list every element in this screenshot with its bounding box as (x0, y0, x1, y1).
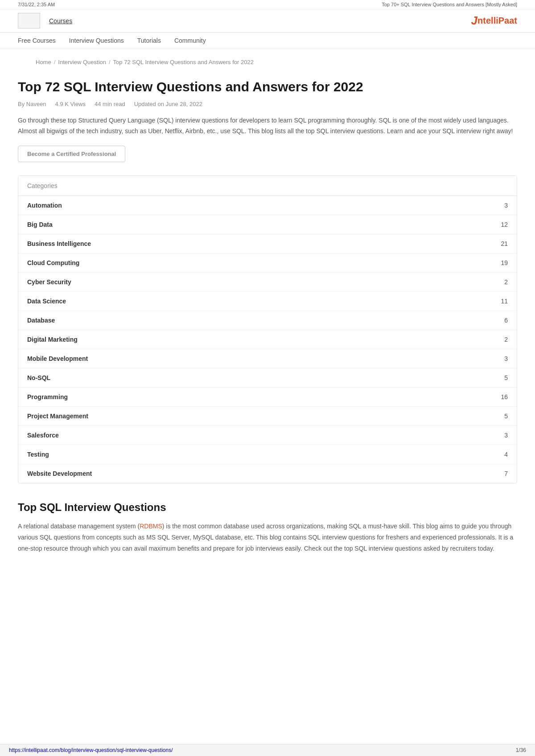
category-row: No-SQL5 (18, 368, 517, 388)
logo-symbol: J (471, 14, 477, 28)
category-row: Testing4 (18, 445, 517, 464)
category-count: 2 (504, 336, 508, 343)
category-row: Mobile Development3 (18, 349, 517, 368)
article-intro: Go through these top Structured Query La… (18, 115, 517, 137)
nav-tutorials[interactable]: Tutorials (137, 37, 161, 44)
category-row: Project Management5 (18, 407, 517, 426)
category-count: 3 (504, 202, 508, 209)
breadcrumb-sep1: / (54, 59, 56, 65)
category-name[interactable]: Programming (27, 393, 68, 400)
category-name[interactable]: Database (27, 317, 55, 324)
category-name[interactable]: Cloud Computing (27, 259, 79, 266)
section-title: Top SQL Interview Questions (18, 501, 517, 514)
category-count: 3 (504, 432, 508, 439)
category-name[interactable]: Mobile Development (27, 355, 88, 362)
category-name[interactable]: Digital Marketing (27, 336, 78, 343)
cta-button[interactable]: Become a Certified Professional (18, 146, 125, 162)
browser-bar: 7/31/22, 2:35 AM Top 70+ SQL Interview Q… (0, 0, 535, 9)
category-row: Cyber Security2 (18, 273, 517, 292)
category-row: Database6 (18, 311, 517, 330)
breadcrumb: Home / Interview Question / Top 72 SQL I… (18, 53, 517, 71)
breadcrumb-current: Top 72 SQL Interview Questions and Answe… (113, 59, 254, 65)
categories-list: Automation3Big Data12Business Intelligen… (18, 196, 517, 483)
category-name[interactable]: Salesforce (27, 432, 59, 439)
category-row: Cloud Computing19 (18, 253, 517, 273)
category-count: 5 (504, 413, 508, 420)
courses-link[interactable]: Courses (49, 17, 72, 25)
category-row: Automation3 (18, 196, 517, 215)
meta-views: 4.9 K Views (55, 101, 86, 107)
category-row: Data Science11 (18, 292, 517, 311)
meta-updated: Updated on June 28, 2022 (134, 101, 202, 107)
category-name[interactable]: Website Development (27, 470, 92, 477)
page-title: Top 72 SQL Interview Questions and Answe… (18, 78, 517, 95)
category-count: 19 (501, 259, 508, 266)
section-top-sql: Top SQL Interview Questions A relational… (18, 501, 517, 555)
nav: Free Courses Interview Questions Tutoria… (0, 33, 535, 49)
category-row: Website Development7 (18, 464, 517, 483)
meta-author: By Naveen (18, 101, 46, 107)
category-row: Business Intelligence21 (18, 234, 517, 253)
section-text1: A relational database management system … (18, 523, 140, 530)
category-name[interactable]: Testing (27, 451, 49, 458)
category-count: 4 (504, 451, 508, 458)
section-body: A relational database management system … (18, 521, 517, 555)
nav-community[interactable]: Community (174, 37, 206, 44)
category-name[interactable]: Big Data (27, 221, 53, 228)
header: Courses JntelliPaat (0, 9, 535, 33)
category-count: 11 (501, 298, 508, 305)
category-count: 5 (504, 374, 508, 381)
category-count: 16 (501, 393, 508, 400)
article-meta: By Naveen 4.9 K Views 44 min read Update… (18, 101, 517, 107)
browser-datetime: 7/31/22, 2:35 AM (18, 2, 55, 7)
category-count: 3 (504, 355, 508, 362)
logo-text: ntelliPaat (477, 16, 517, 26)
category-name[interactable]: No-SQL (27, 374, 50, 381)
category-count: 7 (504, 470, 508, 477)
category-count: 12 (501, 221, 508, 228)
logo-placeholder (18, 13, 40, 29)
category-count: 2 (504, 278, 508, 286)
browser-title: Top 70+ SQL Interview Questions and Answ… (382, 2, 517, 7)
categories-box: Categories Automation3Big Data12Business… (18, 176, 517, 483)
category-row: Big Data12 (18, 215, 517, 234)
categories-header: Categories (18, 176, 517, 196)
category-row: Salesforce3 (18, 426, 517, 445)
category-name[interactable]: Automation (27, 202, 62, 209)
category-row: Programming16 (18, 388, 517, 407)
category-name[interactable]: Cyber Security (27, 278, 71, 286)
main-content: Home / Interview Question / Top 72 SQL I… (0, 49, 535, 572)
category-count: 21 (501, 240, 508, 247)
nav-interview-questions[interactable]: Interview Questions (69, 37, 124, 44)
category-count: 6 (504, 317, 508, 324)
rdbms-link[interactable]: RDBMS (140, 523, 162, 530)
logo[interactable]: JntelliPaat (471, 14, 517, 28)
breadcrumb-parent[interactable]: Interview Question (58, 59, 106, 65)
meta-readtime: 44 min read (95, 101, 125, 107)
nav-free-courses[interactable]: Free Courses (18, 37, 56, 44)
category-name[interactable]: Project Management (27, 413, 88, 420)
category-row: Digital Marketing2 (18, 330, 517, 349)
category-name[interactable]: Data Science (27, 298, 66, 305)
category-name[interactable]: Business Intelligence (27, 240, 91, 247)
breadcrumb-sep2: / (109, 59, 111, 65)
breadcrumb-home[interactable]: Home (36, 59, 51, 65)
header-left: Courses (18, 13, 72, 29)
